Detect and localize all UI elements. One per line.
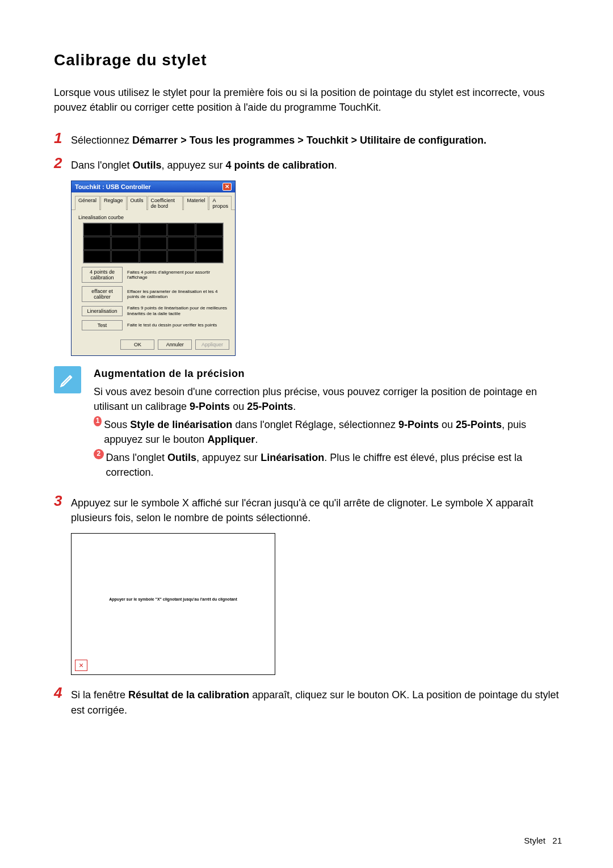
dialog-title: Touchkit : USB Controller [75,183,151,190]
step-2: 2 Dans l'onglet Outils, appuyez sur 4 po… [54,156,562,173]
step-3: 3 Appuyez sur le symbole X affiché sur l… [54,493,562,525]
group-label: Linealisation courbe [78,215,228,220]
note-title: Augmentation de la précision [94,366,562,381]
dialog-body: Linealisation courbe 4 points de calibra… [72,210,235,336]
intro-text: Lorsque vous utilisez le stylet pour la … [54,85,562,115]
tab-apropos[interactable]: A propos [209,196,232,210]
btn-4points[interactable]: 4 points de calibration [82,267,123,283]
circle-1-icon: 1 [94,416,102,426]
cancel-button[interactable]: Annuler [158,339,192,350]
x-mark-icon[interactable]: × [75,660,87,671]
btn-4points-desc: Faites 4 points d'alignement pour assort… [127,270,228,280]
ok-button[interactable]: OK [120,339,154,350]
calibration-grid [83,223,224,263]
step-number: 3 [54,493,71,525]
step-1: 1 Sélectionnez Démarrer > Tous les progr… [54,131,562,148]
tab-materiel[interactable]: Materiel [183,196,208,210]
page-title: Calibrage du stylet [54,51,562,69]
footer-section: Stylet [524,836,545,845]
btn-test-desc: Faite le test du dessin pour verifier le… [127,322,228,328]
page-footer: Stylet 21 [524,836,562,845]
step-4: 4 Si la fenêtre Résultat de la calibrati… [54,685,562,717]
dialog-actions: OK Annuler Appliquer [72,336,235,355]
step-number: 1 [54,131,71,148]
tab-coefficient[interactable]: Coefficient de bord [148,196,183,210]
step-text: Sélectionnez Démarrer > Tous les program… [71,131,486,148]
tab-reglage[interactable]: Reglage [100,196,127,210]
circle-2-icon: 2 [94,449,104,459]
footer-page: 21 [552,836,562,845]
apply-button[interactable]: Appliquer [195,339,229,350]
step-number: 4 [54,685,71,717]
step-number: 2 [54,156,71,173]
close-icon[interactable]: ✕ [222,183,232,191]
btn-effacer-desc: Effacer les parameter de linealisation e… [127,289,228,300]
dialog-tabs: Géneral Reglage Outils Coefficient de bo… [72,192,235,210]
tab-general[interactable]: Géneral [75,196,100,210]
touchkit-dialog: Touchkit : USB Controller ✕ Géneral Regl… [71,181,236,355]
btn-lineralisation-desc: Faites 9 points de linéarisation pour de… [127,305,228,316]
note-body: Augmentation de la précision Si vous ave… [94,366,562,480]
note-item-1: 1 Sous Style de linéarisation dans l'ong… [94,417,562,447]
precision-note: Augmentation de la précision Si vous ave… [54,366,562,480]
note-item-2: 2 Dans l'onglet Outils, appuyez sur Liné… [94,450,562,480]
pencil-icon [54,366,81,393]
step-text: Dans l'onglet Outils, appuyez sur 4 poin… [71,156,337,173]
btn-test[interactable]: Test [82,320,123,330]
tab-outils[interactable]: Outils [127,196,147,210]
step-text: Si la fenêtre Résultat de la calibration… [71,685,562,717]
btn-effacer[interactable]: effacer et calibrer [82,286,123,302]
dialog-titlebar: Touchkit : USB Controller ✕ [72,181,235,192]
btn-lineralisation[interactable]: Lineralisation [82,306,123,316]
step-text: Appuyez sur le symbole X affiché sur l'é… [71,493,562,525]
calibration-screen: Appuyer sur le symbole "X" clignotant ju… [71,533,275,675]
calibration-instruction: Appuyer sur le symbole "X" clignotant ju… [72,597,275,601]
